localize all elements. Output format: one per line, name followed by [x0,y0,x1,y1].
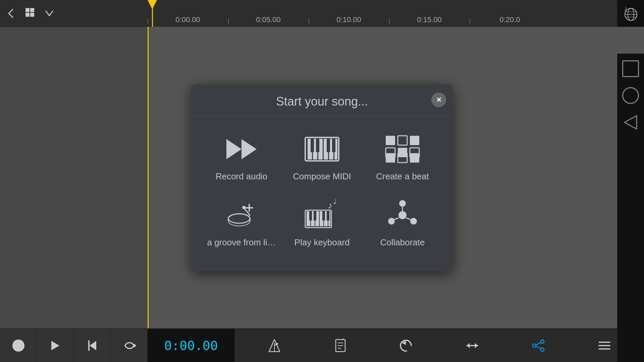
play-keyboard-icon: ♪ ♩ [302,198,342,232]
svg-point-63 [388,218,395,225]
score-button[interactable]: ♪ [329,334,352,357]
svg-point-43 [228,214,250,223]
svg-rect-28 [332,139,335,152]
svg-point-45 [242,206,246,209]
svg-rect-3 [30,13,34,17]
svg-rect-58 [327,211,329,221]
svg-rect-30 [398,136,407,145]
svg-rect-57 [322,211,325,221]
redo-button[interactable] [461,334,484,357]
rewind-button[interactable] [74,329,111,362]
modal-overlay: Start your song... ✕ Record audio [0,27,644,328]
modal-close-button[interactable]: ✕ [431,93,446,107]
main-area: Start your song... ✕ Record audio [0,27,644,328]
create-beat-item[interactable]: Create a beat [362,122,443,188]
svg-text:♪: ♪ [624,5,627,12]
top-bar: 0:00.00 0:05.00 0:10.00 0:15.00 0:20.0 [0,0,644,27]
svg-rect-31 [410,136,419,145]
bottom-tools: ♪ [235,334,644,357]
svg-point-86 [541,340,544,343]
right-sidebar-top: ♪ [617,0,644,27]
svg-point-62 [399,200,406,207]
svg-rect-35 [386,153,395,163]
share-button[interactable] [527,334,550,357]
ruler-mark-4: 0:20.0 [470,15,550,24]
svg-marker-85 [467,343,470,348]
time-display: 0:00.00 [148,329,235,362]
svg-text:♪: ♪ [328,200,332,210]
svg-line-66 [394,218,399,220]
start-song-modal: Start your song... ✕ Record audio [191,84,453,271]
metronome-button[interactable] [263,334,286,357]
svg-point-61 [398,211,407,219]
grid-icon[interactable] [24,7,38,20]
svg-text:♪: ♪ [342,338,344,341]
collaborate-icon [382,198,423,232]
groove-library-item[interactable]: a groove from li… [201,188,282,254]
repeat-button[interactable] [111,329,148,362]
compose-midi-icon [302,132,342,166]
modal-title: Start your song... [276,95,368,108]
svg-line-67 [406,218,411,220]
svg-rect-33 [398,148,407,157]
ruler-marks: 0:00.00 0:05.00 0:10.00 0:15.00 0:20.0 [148,0,550,27]
svg-rect-0 [25,8,30,12]
svg-rect-37 [410,153,419,163]
compose-midi-label: Compose MIDI [293,171,351,182]
record-audio-label: Record audio [216,171,268,182]
top-bar-left [0,7,148,20]
globe-music-icon[interactable]: ♪ [622,5,639,22]
svg-marker-16 [226,139,241,159]
svg-marker-71 [90,341,96,350]
ruler-mark-2: 0:10.00 [309,15,389,24]
svg-rect-29 [386,136,395,145]
timeline-ruler: 0:00.00 0:05.00 0:10.00 0:15.00 0:20.0 [148,0,621,27]
svg-marker-72 [134,344,136,348]
groove-library-icon [221,198,262,232]
collaborate-label: Collaborate [380,237,425,248]
create-beat-icon [382,132,423,166]
ruler-mark-0: 0:00.00 [148,15,228,24]
svg-line-90 [536,346,541,349]
menu-button[interactable] [593,334,616,357]
compose-midi-item[interactable]: Compose MIDI [282,122,362,188]
svg-rect-2 [25,13,30,17]
svg-rect-55 [309,211,312,221]
svg-point-64 [410,218,417,225]
playhead [148,0,157,9]
ruler-mark-3: 0:15.00 [389,15,470,24]
record-audio-icon [221,132,262,166]
svg-point-87 [533,344,536,347]
play-keyboard-label: Play keyboard [294,237,350,248]
ruler-mark-1: 0:05.00 [228,15,309,24]
groove-library-label: a groove from li… [207,237,276,248]
svg-rect-26 [316,139,319,152]
svg-text:♩: ♩ [333,198,336,205]
dropdown-arrow-icon[interactable] [44,8,54,18]
svg-rect-56 [314,211,316,221]
create-beat-label: Create a beat [376,171,429,182]
svg-line-89 [536,343,541,345]
undo-button[interactable] [395,334,418,357]
record-button[interactable] [0,329,37,362]
play-keyboard-item[interactable]: ♪ ♩ Play keyboard [282,188,362,254]
svg-marker-69 [51,341,59,350]
svg-point-76 [276,343,278,345]
modal-grid: Record audio [191,116,453,261]
back-icon[interactable] [5,7,17,19]
bottom-bar: 0:00.00 ♪ [0,328,644,362]
svg-point-88 [541,348,544,351]
svg-rect-1 [30,8,34,12]
svg-rect-25 [311,139,314,152]
svg-marker-17 [241,139,257,159]
modal-header: Start your song... ✕ [191,84,453,116]
svg-rect-27 [327,139,330,152]
play-button[interactable] [37,329,74,362]
collaborate-item[interactable]: Collaborate [362,188,443,254]
svg-marker-84 [475,343,478,348]
record-audio-item[interactable]: Record audio [201,122,282,188]
